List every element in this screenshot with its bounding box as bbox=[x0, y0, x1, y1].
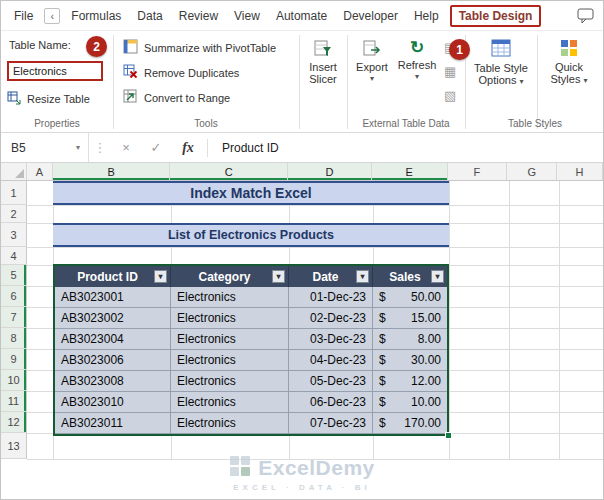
insert-slicer-button[interactable]: Insert Slicer bbox=[301, 39, 345, 85]
row-header-2[interactable]: 2 bbox=[1, 205, 27, 223]
cell-product-id[interactable]: AB3023008 bbox=[55, 371, 171, 391]
sheet-subtitle[interactable]: List of Electronics Products bbox=[53, 223, 449, 247]
table-name-input[interactable] bbox=[7, 61, 103, 81]
cell-product-id[interactable]: AB3023010 bbox=[55, 392, 171, 412]
unlink-icon[interactable]: ▧ bbox=[444, 89, 456, 103]
column-header-d[interactable]: D bbox=[288, 163, 372, 180]
tab-formulas[interactable]: Formulas bbox=[64, 5, 128, 27]
header-category[interactable]: Category ▾ bbox=[171, 266, 289, 287]
cell-category[interactable]: Electronics bbox=[171, 350, 289, 370]
tab-review[interactable]: Review bbox=[172, 5, 225, 27]
watermark: ExcelDemy EXCEL · DATA · BI bbox=[1, 455, 603, 492]
name-box-caret-icon[interactable]: ▾ bbox=[76, 143, 80, 152]
cell-sales[interactable]: $12.00 bbox=[373, 371, 447, 391]
tab-data[interactable]: Data bbox=[130, 5, 169, 27]
cell-sales[interactable]: $10.00 bbox=[373, 392, 447, 412]
cell-date[interactable]: 01-Dec-23 bbox=[289, 287, 373, 307]
cell-category[interactable]: Electronics bbox=[171, 413, 289, 433]
cell-date[interactable]: 06-Dec-23 bbox=[289, 392, 373, 412]
cell-product-id[interactable]: AB3023011 bbox=[55, 413, 171, 433]
column-header-h[interactable]: H bbox=[557, 163, 603, 180]
tab-help[interactable]: Help bbox=[407, 5, 446, 27]
cell-category[interactable]: Electronics bbox=[171, 329, 289, 349]
resize-table-button[interactable]: Resize Table bbox=[7, 91, 90, 107]
tab-automate[interactable]: Automate bbox=[269, 5, 334, 27]
column-header-b[interactable]: B bbox=[53, 163, 171, 180]
cell-category[interactable]: Electronics bbox=[171, 287, 289, 307]
cell-product-id[interactable]: AB3023006 bbox=[55, 350, 171, 370]
cell-date[interactable]: 03-Dec-23 bbox=[289, 329, 373, 349]
summarize-pivottable-button[interactable]: Summarize with PivotTable bbox=[123, 39, 276, 56]
column-header-a[interactable]: A bbox=[27, 163, 53, 180]
column-header-g[interactable]: G bbox=[507, 163, 557, 180]
open-in-browser-icon[interactable]: ▦ bbox=[444, 65, 456, 79]
remove-duplicates-button[interactable]: Remove Duplicates bbox=[123, 64, 239, 81]
cell-product-id[interactable]: AB3023002 bbox=[55, 308, 171, 328]
row-header-12[interactable]: 12 bbox=[1, 412, 27, 433]
export-dropdown-caret-icon: ▾ bbox=[370, 75, 374, 83]
row-header-6[interactable]: 6 bbox=[1, 286, 27, 307]
cell-product-id[interactable]: AB3023001 bbox=[55, 287, 171, 307]
cell-date[interactable]: 07-Dec-23 bbox=[289, 413, 373, 433]
row-header-11[interactable]: 11 bbox=[1, 391, 27, 412]
column-headers: A B C D E F G H bbox=[1, 163, 603, 181]
cell-sales[interactable]: $8.00 bbox=[373, 329, 447, 349]
row-header-4[interactable]: 4 bbox=[1, 247, 27, 265]
selection-fill-handle[interactable] bbox=[445, 432, 452, 439]
formula-bar-drag-handle-icon[interactable]: ⋮ bbox=[89, 140, 111, 155]
header-sales[interactable]: Sales ▾ bbox=[373, 266, 447, 287]
cell-sales[interactable]: $50.00 bbox=[373, 287, 447, 307]
tabs-overflow-chevron-icon[interactable]: ‹ bbox=[44, 8, 60, 24]
cell-category[interactable]: Electronics bbox=[171, 392, 289, 412]
cell-date[interactable]: 04-Dec-23 bbox=[289, 350, 373, 370]
cell-date[interactable]: 05-Dec-23 bbox=[289, 371, 373, 391]
cell-category[interactable]: Electronics bbox=[171, 371, 289, 391]
filter-button[interactable]: ▾ bbox=[431, 270, 444, 283]
group-separator bbox=[347, 35, 348, 129]
cell-date[interactable]: 02-Dec-23 bbox=[289, 308, 373, 328]
select-all-corner[interactable] bbox=[1, 163, 27, 180]
header-product-id[interactable]: Product ID ▾ bbox=[55, 266, 171, 287]
filter-button[interactable]: ▾ bbox=[154, 270, 167, 283]
refresh-button[interactable]: ↻ Refresh ▾ bbox=[395, 39, 439, 81]
name-box[interactable]: B5 ▾ bbox=[1, 133, 89, 162]
filter-button[interactable]: ▾ bbox=[356, 270, 369, 283]
column-header-f[interactable]: F bbox=[448, 163, 508, 180]
cell-product-id[interactable]: AB3023004 bbox=[55, 329, 171, 349]
tab-table-design[interactable]: Table Design bbox=[450, 5, 542, 27]
cell-sales[interactable]: $15.00 bbox=[373, 308, 447, 328]
row-header-1[interactable]: 1 bbox=[1, 181, 27, 205]
row-header-7[interactable]: 7 bbox=[1, 307, 27, 328]
tab-file[interactable]: File bbox=[7, 5, 40, 27]
filter-button[interactable]: ▾ bbox=[272, 270, 285, 283]
cell-category[interactable]: Electronics bbox=[171, 308, 289, 328]
convert-to-range-button[interactable]: Convert to Range bbox=[123, 89, 230, 106]
formula-bar-content[interactable]: Product ID bbox=[210, 141, 279, 155]
export-button[interactable]: Export ▾ bbox=[351, 39, 393, 83]
comments-icon[interactable] bbox=[577, 8, 595, 24]
table-row: AB3023006 Electronics 04-Dec-23 $30.00 bbox=[55, 350, 447, 371]
column-header-c[interactable]: C bbox=[170, 163, 288, 180]
enter-icon[interactable]: ✓ bbox=[141, 140, 171, 155]
header-date[interactable]: Date ▾ bbox=[289, 266, 373, 287]
row-header-13[interactable]: 13 bbox=[1, 433, 27, 459]
row-header-3[interactable]: 3 bbox=[1, 223, 27, 247]
table-row: AB3023001 Electronics 01-Dec-23 $50.00 bbox=[55, 287, 447, 308]
sales-amount: 8.00 bbox=[418, 332, 441, 346]
table-style-options-button[interactable]: Table Style Options ▾ bbox=[469, 39, 533, 86]
quick-styles-button[interactable]: Quick Styles ▾ bbox=[541, 39, 597, 85]
tab-developer[interactable]: Developer bbox=[336, 5, 405, 27]
name-box-value: B5 bbox=[11, 141, 26, 155]
quick-styles-caret-icon: ▾ bbox=[584, 76, 588, 85]
insert-function-icon[interactable]: fx bbox=[171, 140, 205, 156]
cell-sales[interactable]: $30.00 bbox=[373, 350, 447, 370]
sheet-title[interactable]: Index Match Excel bbox=[53, 181, 449, 205]
column-header-e[interactable]: E bbox=[372, 163, 448, 180]
row-header-8[interactable]: 8 bbox=[1, 328, 27, 349]
cell-sales[interactable]: $170.00 bbox=[373, 413, 447, 433]
row-header-5[interactable]: 5 bbox=[1, 265, 27, 286]
tab-view[interactable]: View bbox=[227, 5, 267, 27]
row-header-10[interactable]: 10 bbox=[1, 370, 27, 391]
row-header-9[interactable]: 9 bbox=[1, 349, 27, 370]
cancel-icon[interactable]: × bbox=[111, 140, 141, 155]
